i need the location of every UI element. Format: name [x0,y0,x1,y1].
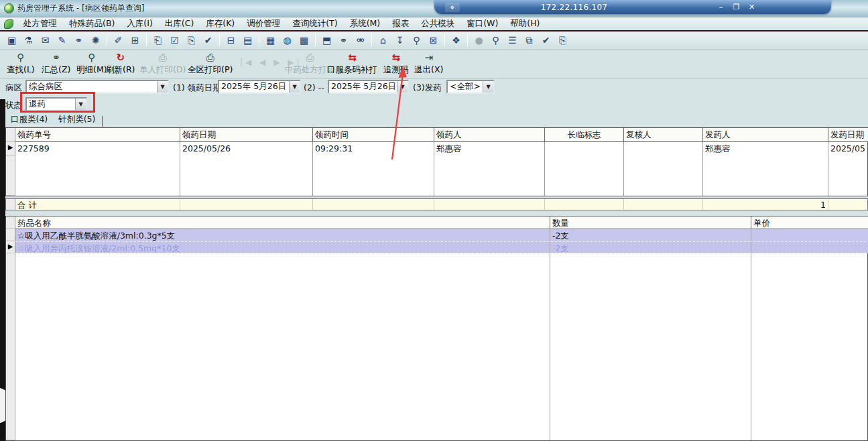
toolbar-separator [219,34,220,46]
bell-icon[interactable]: ◍ [280,34,295,48]
orders-cell[interactable]: 227589 [15,142,180,156]
orders-cell[interactable]: 2025/05/26 [180,142,313,156]
action-find[interactable]: ⚲查找(L) [7,52,35,76]
mail-check-icon[interactable]: ✉ [38,34,53,48]
items-column-header[interactable]: 数量 [550,216,751,229]
grid-icon[interactable]: ▦ [263,34,278,48]
action-trace-code[interactable]: ⇆追溯码 [383,52,409,76]
print-all-icon: ⎙ [188,52,233,64]
chevron-down-icon[interactable]: ▼ [397,81,408,92]
menu-item[interactable]: 出库(C) [159,17,200,31]
action-print-all[interactable]: ⎙全区打印(P) [188,52,233,76]
items-column-header[interactable]: 药品名称 [15,216,550,229]
screen-edge-overlay [0,99,5,441]
rdp-minimize-button[interactable]: – [715,2,727,12]
checkbox-icon[interactable]: ☑ [167,34,182,48]
action-summary-binoculars[interactable]: ⚭汇总(Z) [42,52,70,76]
search-files-icon[interactable]: ⚭ [336,34,351,48]
action-detail-magnifier[interactable]: ⚲明细(M) [76,52,107,76]
new-tag-icon[interactable]: ⊞ [127,34,143,48]
table-edit-icon[interactable]: ⊟ [223,34,239,48]
image-icon[interactable]: ▤ [240,34,255,48]
date-to-picker[interactable]: 2025年 5月26日 ▼ [328,80,409,94]
orders-cell[interactable]: 郑惠容 [703,142,828,156]
orders-column-header[interactable]: 长临标志 [545,128,624,142]
cascade-windows-icon[interactable]: ⧉ [521,34,537,48]
rdp-restore-button[interactable]: ❐ [731,2,742,12]
chevron-down-icon[interactable]: ▼ [483,81,493,92]
orders-column-header[interactable]: 发药人 [703,128,828,142]
orders-column-header[interactable]: 发药日期 [828,128,868,142]
send-icon[interactable]: ❖ [448,34,464,48]
orders-column-header[interactable]: 领药单号 [15,128,180,142]
orders-column-header[interactable]: 领药时间 [313,128,434,142]
current-row-marker-icon [6,229,15,241]
items-cell[interactable]: ☆吸入用乙酰半胱氨酸溶液/3ml:0.3g*5支 [15,229,550,241]
tab-divider [102,116,103,127]
zoom-icon[interactable]: ⚲ [488,34,503,48]
rdp-pin-icon[interactable]: ⌖ [445,3,460,12]
print-icon[interactable]: ▣ [4,34,19,48]
menu-item[interactable]: 特殊药品(B) [63,17,121,31]
date-from-picker[interactable]: 2025年 5月26日 ▼ [218,80,301,94]
pin-edit-icon[interactable]: ✐ [111,34,126,48]
flask-icon[interactable]: ⚗ [21,34,36,48]
items-cell[interactable]: -2支 [550,229,751,241]
page-check-icon[interactable]: ✔ [200,34,216,48]
action-oral-barcode-reprint[interactable]: ⇆口服条码补打 [327,52,377,76]
menu-item[interactable]: 公共模块 [415,17,460,31]
orders-cell[interactable]: 09:29:31 [313,142,434,156]
copy-page-icon[interactable]: ⎘ [184,34,199,48]
items-cell[interactable] [751,229,868,241]
calendar-icon[interactable]: ▩ [296,34,312,48]
items-cell[interactable]: ☆吸入用异丙托溴铵溶液/2ml:0.5mg*10支 [15,241,550,253]
chevron-down-icon[interactable]: ▼ [289,81,300,92]
exit-icon: ⇥ [414,52,443,64]
open-folder-icon[interactable]: ⌂ [375,34,391,48]
toolbar-separator [146,34,147,46]
grid-filler-cell [751,253,868,440]
menu-item[interactable]: 入库(I) [121,17,158,31]
action-exit[interactable]: ⇥退出(X) [414,52,443,76]
chevron-down-icon[interactable]: ▼ [157,81,168,92]
menu-item[interactable]: 查询统计(T) [286,17,343,31]
orders-cell[interactable]: 2025/05 [828,142,868,156]
menu-item[interactable]: 帮助(H) [504,17,546,31]
menu-item[interactable]: 库存(K) [200,17,241,31]
dispense-combobox[interactable]: <全部> ▼ [446,80,495,94]
orders-column-header[interactable]: 领药人 [434,128,545,142]
rdp-close-button[interactable]: ✕ [746,2,757,12]
tab-injection[interactable]: 针剂类(5) [53,113,101,127]
menu-item[interactable]: 窗口(W) [460,17,504,31]
menu-item[interactable]: 系统(M) [344,17,387,31]
search-folder-icon[interactable]: ⚮ [353,34,368,48]
items-column-header[interactable]: 单价 [751,216,868,229]
rdp-address: 172.22.116.107 [460,3,715,12]
items-cell[interactable]: -2支 [550,241,751,253]
items-cell[interactable] [751,241,868,253]
thermometer-icon[interactable]: ↧ [392,34,408,48]
binoculars-icon[interactable]: ⚭ [71,34,86,48]
tab-oral[interactable]: 口服类(4) [5,113,53,127]
orders-cell[interactable]: 郑惠容 [434,142,545,156]
clipboard-add-icon[interactable]: ⎗ [150,34,166,48]
menu-item[interactable]: 报表 [386,17,415,31]
settings-star-icon[interactable]: ✺ [88,34,103,48]
verify-page-icon[interactable]: ✔ [538,34,554,48]
close-box-icon[interactable]: ⊠ [426,34,441,48]
orders-cell[interactable] [545,142,624,156]
trash-icon[interactable]: ⬒ [319,34,334,48]
orders-cell[interactable] [624,142,703,156]
items-table: 药品名称数量单价☆吸入用乙酰半胱氨酸溶液/3ml:0.3g*5支-2支▶☆吸入用… [5,216,868,441]
detail-magnifier-icon: ⚲ [76,52,107,64]
find-icon: ⚲ [7,52,35,64]
orders-column-header[interactable]: 复核人 [624,128,703,142]
edit-note-icon[interactable]: ✎ [54,34,70,48]
action-refresh[interactable]: ↻刷新(R) [106,52,135,76]
magnifier-icon[interactable]: ⚲ [409,34,424,48]
menu-item[interactable]: 调价管理 [241,17,286,31]
orders-column-header[interactable]: 领药日期 [180,128,313,142]
clipboard-import-icon[interactable]: ⎘ [555,34,570,48]
menu-item[interactable]: 处方管理 [17,17,63,31]
list-icon[interactable]: ☰ [505,34,520,48]
